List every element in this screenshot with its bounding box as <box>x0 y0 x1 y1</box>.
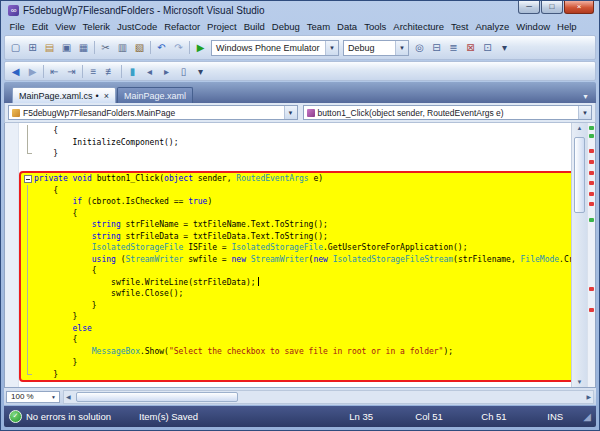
navigate-back-icon[interactable]: ◀ <box>7 63 24 79</box>
zoom-control[interactable]: 100 % ▼ <box>6 391 60 403</box>
decrease-indent-icon[interactable]: ⇤ <box>46 63 63 79</box>
scroll-right-icon[interactable]: ▶ <box>586 393 591 400</box>
error-list-icon[interactable]: ⊠ <box>462 40 479 56</box>
increase-indent-icon[interactable]: ⇥ <box>63 63 80 79</box>
code-line[interactable]: { <box>21 185 571 197</box>
scroll-left-icon[interactable]: ◀ <box>66 393 71 400</box>
scroll-up-icon[interactable]: ▲ <box>572 125 587 131</box>
close-tab-icon[interactable]: × <box>104 91 109 101</box>
chevron-down-icon[interactable]: ▼ <box>51 394 59 400</box>
scroll-down-icon[interactable]: ▼ <box>572 379 587 385</box>
maximize-button[interactable]: □ <box>541 1 563 14</box>
menu-help[interactable]: Help <box>554 20 581 33</box>
types-dropdown[interactable]: F5debugWp7FilesandFolders.MainPage ▼ <box>8 105 298 120</box>
code-line[interactable]: InitializeComponent(); <box>19 137 571 149</box>
code-line[interactable]: string strFileData = txtFileData.Text.To… <box>21 231 571 243</box>
code-line[interactable]: string strFileName = txtFileName.Text.To… <box>21 219 571 231</box>
save-icon[interactable]: ▣ <box>58 40 75 56</box>
breakpoint-margin[interactable] <box>5 123 19 387</box>
vertical-scroll-thumb[interactable] <box>574 137 585 213</box>
chevron-down-icon[interactable]: ▼ <box>578 106 591 119</box>
code-line[interactable]: } <box>21 300 571 312</box>
next-bookmark-icon[interactable]: ▸ <box>158 63 175 79</box>
horizontal-scroll-thumb[interactable] <box>76 392 238 402</box>
close-button[interactable]: × <box>564 1 594 14</box>
code-line[interactable] <box>19 160 571 172</box>
menu-debug[interactable]: Debug <box>268 20 303 33</box>
code-line[interactable]: using (StreamWriter swfile = new StreamW… <box>21 254 571 266</box>
menu-justcode[interactable]: JustCode <box>114 20 161 33</box>
code-line[interactable]: { <box>21 334 571 346</box>
toolbar-options-chevron-icon[interactable]: ▾ <box>192 63 209 79</box>
code-line[interactable]: else <box>21 323 571 335</box>
code-line[interactable]: } <box>21 311 571 323</box>
minimize-button[interactable]: ─ <box>518 1 540 14</box>
previous-bookmark-icon[interactable]: ◂ <box>141 63 158 79</box>
outlining-collapse-icon[interactable] <box>21 173 34 185</box>
start-debug-icon[interactable]: ▶ <box>192 40 209 56</box>
code-line[interactable]: IsolatedStorageFile ISFile = IsolatedSto… <box>21 242 571 254</box>
code-line[interactable]: MessageBox.Show("Select the checkbox to … <box>21 346 571 358</box>
tab-mainpage-xaml-cs[interactable]: MainPage.xaml.cs • × <box>12 87 116 103</box>
menu-window[interactable]: Window <box>513 20 554 33</box>
menu-edit[interactable]: Edit <box>28 20 51 33</box>
code-line[interactable]: { <box>21 208 571 220</box>
find-icon[interactable]: ◎ <box>411 40 428 56</box>
tab-mainpage-xaml[interactable]: MainPage.xaml <box>117 87 193 103</box>
document-list-chevron-icon[interactable]: ▼ <box>582 93 594 103</box>
undo-icon[interactable]: ↶ <box>153 40 170 56</box>
toolbar-options-chevron-icon[interactable]: ▾ <box>496 40 513 56</box>
menu-view[interactable]: View <box>52 20 79 33</box>
members-dropdown[interactable]: button1_Click(object sender, RoutedEvent… <box>303 105 593 120</box>
add-item-icon[interactable]: ⊞ <box>24 40 41 56</box>
properties-window-icon[interactable]: ≣ <box>445 40 462 56</box>
save-status: Item(s) Saved <box>139 411 198 422</box>
clear-bookmarks-icon[interactable]: ▯ <box>175 63 192 79</box>
code-line[interactable]: private void button1_Click(object sender… <box>21 173 571 185</box>
cut-icon[interactable]: ✂ <box>97 40 114 56</box>
menu-tools[interactable]: Tools <box>361 20 390 33</box>
chevron-down-icon[interactable]: ▼ <box>325 41 338 55</box>
navigate-forward-icon[interactable]: ▶ <box>24 63 41 79</box>
new-project-icon[interactable]: ▢ <box>7 40 24 56</box>
code-line[interactable]: if (cbroot.IsChecked == true) <box>21 196 571 208</box>
open-file-icon[interactable]: ▤ <box>41 40 58 56</box>
code-token: StreamWriter <box>126 255 184 264</box>
save-all-icon[interactable]: ▦ <box>75 40 92 56</box>
solution-config-combo[interactable]: Debug ▼ <box>343 40 409 56</box>
menu-analyze[interactable]: Analyze <box>472 20 513 33</box>
deployment-target-combo[interactable]: Windows Phone Emulator ▼ <box>211 40 339 56</box>
title-bar[interactable]: ∞ F5debugWp7FilesandFolders - Microsoft … <box>4 1 596 19</box>
vertical-scrollbar[interactable]: ▲ ▼ <box>571 123 587 387</box>
scroll-annotation-mark <box>589 192 594 196</box>
code-line[interactable]: } <box>21 357 571 369</box>
resize-grip[interactable]: ◢ <box>583 411 591 422</box>
code-editor[interactable]: { InitializeComponent(); }private void b… <box>19 123 571 387</box>
uncomment-icon[interactable]: ≢ <box>102 63 119 79</box>
chevron-down-icon[interactable]: ▼ <box>395 41 408 55</box>
paste-icon[interactable]: ▧ <box>131 40 148 56</box>
bookmark-icon[interactable]: ▮ <box>124 63 141 79</box>
code-line[interactable]: } <box>21 369 571 381</box>
code-line[interactable]: } <box>19 148 571 160</box>
comment-icon[interactable]: ≡ <box>85 63 102 79</box>
menu-telerik[interactable]: Telerik <box>79 20 113 33</box>
code-line[interactable]: { <box>19 125 571 137</box>
menu-data[interactable]: Data <box>334 20 361 33</box>
menu-architecture[interactable]: Architecture <box>390 20 448 33</box>
menu-refactor[interactable]: Refactor <box>161 20 204 33</box>
menu-build[interactable]: Build <box>240 20 268 33</box>
code-line[interactable]: { <box>21 265 571 277</box>
code-line[interactable]: swfile.WriteLine(strFileData); <box>21 277 571 289</box>
menu-test[interactable]: Test <box>448 20 472 33</box>
menu-team[interactable]: Team <box>303 20 333 33</box>
copy-icon[interactable]: ▥ <box>114 40 131 56</box>
code-line[interactable]: swfile.Close(); <box>21 288 571 300</box>
redo-icon[interactable]: ↷ <box>170 40 187 56</box>
menu-project[interactable]: Project <box>204 20 241 33</box>
chevron-down-icon[interactable]: ▼ <box>284 106 297 119</box>
solution-explorer-icon[interactable]: ⊟ <box>428 40 445 56</box>
horizontal-scrollbar[interactable]: ◀ ▶ <box>63 390 594 404</box>
menu-file[interactable]: File <box>6 20 28 33</box>
toolbox-icon[interactable]: ⊡ <box>479 40 496 56</box>
